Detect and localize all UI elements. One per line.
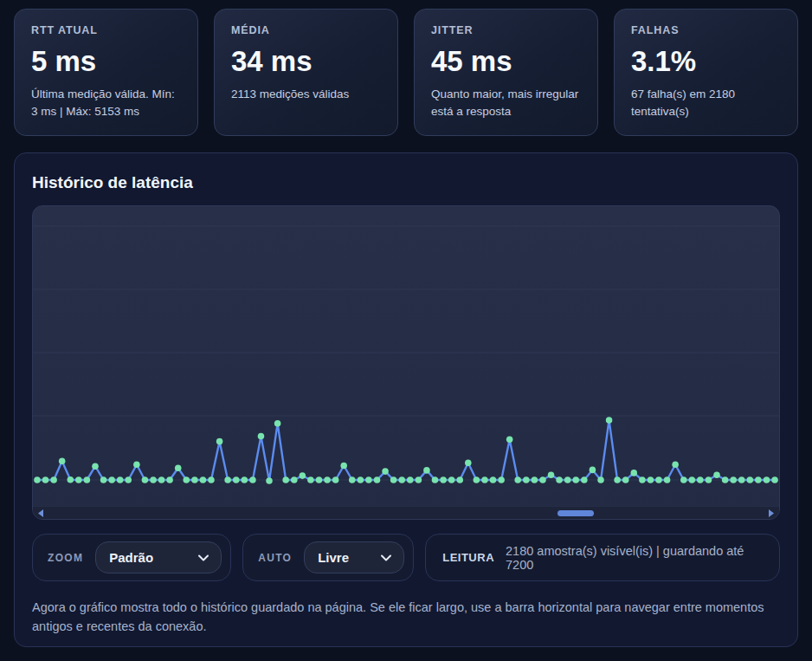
leitura-value: 2180 amostra(s) visível(is) | guardando … (506, 544, 763, 572)
stat-card-jitter: JITTER 45 ms Quanto maior, mais irregula… (414, 9, 598, 136)
chart-scrollbar[interactable] (33, 506, 779, 519)
zoom-select[interactable]: Padrão (95, 541, 222, 574)
stat-label: MÉDIA (231, 24, 381, 36)
leitura-badge: LEITURA 2180 amostra(s) visível(is) | gu… (425, 534, 780, 581)
stat-card-media: MÉDIA 34 ms 2113 medições válidas (214, 9, 398, 136)
stat-value: 45 ms (431, 45, 581, 78)
auto-select[interactable]: Livre (304, 541, 404, 574)
stat-desc: Última medição válida. Mín: 3 ms | Máx: … (31, 86, 181, 121)
stat-value: 5 ms (31, 45, 181, 78)
zoom-label: ZOOM (48, 552, 83, 564)
latency-chart[interactable] (32, 205, 780, 520)
scroll-right-icon[interactable] (768, 509, 775, 517)
auto-control: AUTO Livre (242, 534, 414, 581)
leitura-label: LEITURA (442, 551, 494, 564)
panel-footnote: Agora o gráfico mostra todo o histórico … (32, 598, 780, 637)
chevron-down-icon (381, 554, 391, 561)
latency-chart-svg[interactable] (33, 206, 779, 508)
stat-desc: 67 falha(s) em 2180 tentativa(s) (631, 86, 781, 121)
chart-controls: ZOOM Padrão AUTO Livre LEITURA 2180 amos… (32, 534, 780, 581)
stat-card-rtt: RTT ATUAL 5 ms Última medição válida. Mí… (14, 9, 198, 136)
auto-select-value: Livre (318, 550, 349, 565)
stat-desc: 2113 medições válidas (231, 86, 381, 103)
stat-card-falhas: FALHAS 3.1% 67 falha(s) em 2180 tentativ… (614, 9, 798, 136)
stat-desc: Quanto maior, mais irregular está a resp… (431, 86, 581, 121)
zoom-select-value: Padrão (109, 550, 153, 565)
stat-label: FALHAS (631, 24, 781, 36)
scroll-left-icon[interactable] (37, 509, 44, 517)
zoom-control: ZOOM Padrão (32, 534, 231, 581)
stat-label: RTT ATUAL (31, 24, 181, 36)
auto-label: AUTO (258, 552, 292, 564)
stats-row: RTT ATUAL 5 ms Última medição válida. Mí… (0, 0, 812, 136)
latency-panel: Histórico de latência ZOOM Padrão AUTO (14, 152, 798, 647)
panel-title: Histórico de latência (32, 173, 780, 192)
scrollbar-thumb[interactable] (557, 510, 594, 516)
stat-value: 3.1% (631, 45, 781, 78)
stat-label: JITTER (431, 24, 581, 36)
chevron-down-icon (198, 554, 209, 561)
stat-value: 34 ms (231, 45, 381, 78)
